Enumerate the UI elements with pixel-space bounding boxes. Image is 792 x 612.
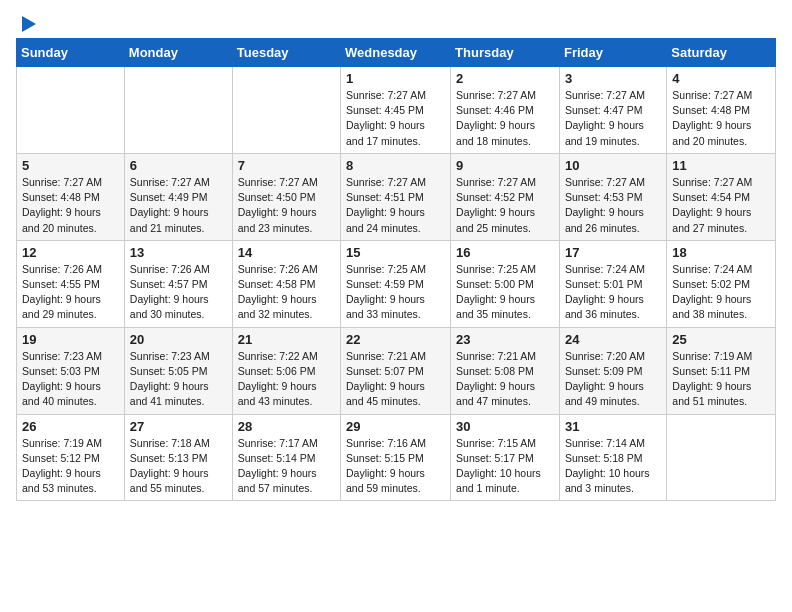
logo — [16, 14, 40, 30]
calendar-cell — [232, 67, 340, 154]
logo-icon — [18, 14, 40, 36]
day-info: Sunrise: 7:18 AMSunset: 5:13 PMDaylight:… — [130, 436, 227, 497]
day-number: 31 — [565, 419, 661, 434]
week-row-2: 5Sunrise: 7:27 AMSunset: 4:48 PMDaylight… — [17, 153, 776, 240]
day-info: Sunrise: 7:21 AMSunset: 5:08 PMDaylight:… — [456, 349, 554, 410]
day-info: Sunrise: 7:21 AMSunset: 5:07 PMDaylight:… — [346, 349, 445, 410]
calendar-cell: 22Sunrise: 7:21 AMSunset: 5:07 PMDayligh… — [341, 327, 451, 414]
week-row-3: 12Sunrise: 7:26 AMSunset: 4:55 PMDayligh… — [17, 240, 776, 327]
calendar-cell: 31Sunrise: 7:14 AMSunset: 5:18 PMDayligh… — [559, 414, 666, 501]
day-number: 13 — [130, 245, 227, 260]
day-info: Sunrise: 7:27 AMSunset: 4:46 PMDaylight:… — [456, 88, 554, 149]
day-number: 2 — [456, 71, 554, 86]
day-number: 8 — [346, 158, 445, 173]
calendar-cell — [124, 67, 232, 154]
calendar-cell: 14Sunrise: 7:26 AMSunset: 4:58 PMDayligh… — [232, 240, 340, 327]
day-number: 21 — [238, 332, 335, 347]
day-info: Sunrise: 7:16 AMSunset: 5:15 PMDaylight:… — [346, 436, 445, 497]
calendar-cell: 27Sunrise: 7:18 AMSunset: 5:13 PMDayligh… — [124, 414, 232, 501]
day-info: Sunrise: 7:27 AMSunset: 4:52 PMDaylight:… — [456, 175, 554, 236]
day-number: 15 — [346, 245, 445, 260]
day-number: 22 — [346, 332, 445, 347]
weekday-header-wednesday: Wednesday — [341, 39, 451, 67]
calendar-cell: 16Sunrise: 7:25 AMSunset: 5:00 PMDayligh… — [451, 240, 560, 327]
day-info: Sunrise: 7:27 AMSunset: 4:53 PMDaylight:… — [565, 175, 661, 236]
day-number: 19 — [22, 332, 119, 347]
weekday-header-tuesday: Tuesday — [232, 39, 340, 67]
calendar-table: SundayMondayTuesdayWednesdayThursdayFrid… — [16, 38, 776, 501]
day-info: Sunrise: 7:24 AMSunset: 5:02 PMDaylight:… — [672, 262, 770, 323]
calendar-cell: 11Sunrise: 7:27 AMSunset: 4:54 PMDayligh… — [667, 153, 776, 240]
day-info: Sunrise: 7:19 AMSunset: 5:11 PMDaylight:… — [672, 349, 770, 410]
day-number: 29 — [346, 419, 445, 434]
weekday-header-monday: Monday — [124, 39, 232, 67]
calendar-cell: 24Sunrise: 7:20 AMSunset: 5:09 PMDayligh… — [559, 327, 666, 414]
weekday-header-friday: Friday — [559, 39, 666, 67]
calendar-cell: 5Sunrise: 7:27 AMSunset: 4:48 PMDaylight… — [17, 153, 125, 240]
calendar-cell: 15Sunrise: 7:25 AMSunset: 4:59 PMDayligh… — [341, 240, 451, 327]
calendar-cell: 28Sunrise: 7:17 AMSunset: 5:14 PMDayligh… — [232, 414, 340, 501]
day-info: Sunrise: 7:27 AMSunset: 4:50 PMDaylight:… — [238, 175, 335, 236]
day-info: Sunrise: 7:24 AMSunset: 5:01 PMDaylight:… — [565, 262, 661, 323]
weekday-header-sunday: Sunday — [17, 39, 125, 67]
calendar-cell — [667, 414, 776, 501]
calendar-cell: 3Sunrise: 7:27 AMSunset: 4:47 PMDaylight… — [559, 67, 666, 154]
day-number: 9 — [456, 158, 554, 173]
day-info: Sunrise: 7:27 AMSunset: 4:49 PMDaylight:… — [130, 175, 227, 236]
day-info: Sunrise: 7:23 AMSunset: 5:03 PMDaylight:… — [22, 349, 119, 410]
calendar-cell: 9Sunrise: 7:27 AMSunset: 4:52 PMDaylight… — [451, 153, 560, 240]
header — [16, 10, 776, 30]
day-number: 11 — [672, 158, 770, 173]
calendar-cell: 6Sunrise: 7:27 AMSunset: 4:49 PMDaylight… — [124, 153, 232, 240]
calendar-cell: 25Sunrise: 7:19 AMSunset: 5:11 PMDayligh… — [667, 327, 776, 414]
calendar-cell: 18Sunrise: 7:24 AMSunset: 5:02 PMDayligh… — [667, 240, 776, 327]
day-info: Sunrise: 7:27 AMSunset: 4:54 PMDaylight:… — [672, 175, 770, 236]
day-info: Sunrise: 7:20 AMSunset: 5:09 PMDaylight:… — [565, 349, 661, 410]
day-info: Sunrise: 7:26 AMSunset: 4:57 PMDaylight:… — [130, 262, 227, 323]
calendar-cell: 8Sunrise: 7:27 AMSunset: 4:51 PMDaylight… — [341, 153, 451, 240]
day-number: 17 — [565, 245, 661, 260]
day-info: Sunrise: 7:27 AMSunset: 4:48 PMDaylight:… — [22, 175, 119, 236]
day-number: 3 — [565, 71, 661, 86]
day-info: Sunrise: 7:17 AMSunset: 5:14 PMDaylight:… — [238, 436, 335, 497]
weekday-header-thursday: Thursday — [451, 39, 560, 67]
day-number: 14 — [238, 245, 335, 260]
calendar-cell: 21Sunrise: 7:22 AMSunset: 5:06 PMDayligh… — [232, 327, 340, 414]
calendar-cell: 23Sunrise: 7:21 AMSunset: 5:08 PMDayligh… — [451, 327, 560, 414]
day-number: 12 — [22, 245, 119, 260]
day-number: 27 — [130, 419, 227, 434]
calendar-cell — [17, 67, 125, 154]
day-number: 10 — [565, 158, 661, 173]
calendar-cell: 4Sunrise: 7:27 AMSunset: 4:48 PMDaylight… — [667, 67, 776, 154]
day-number: 18 — [672, 245, 770, 260]
calendar-cell: 17Sunrise: 7:24 AMSunset: 5:01 PMDayligh… — [559, 240, 666, 327]
day-info: Sunrise: 7:27 AMSunset: 4:45 PMDaylight:… — [346, 88, 445, 149]
calendar-cell: 30Sunrise: 7:15 AMSunset: 5:17 PMDayligh… — [451, 414, 560, 501]
day-number: 1 — [346, 71, 445, 86]
calendar-cell: 12Sunrise: 7:26 AMSunset: 4:55 PMDayligh… — [17, 240, 125, 327]
day-info: Sunrise: 7:25 AMSunset: 4:59 PMDaylight:… — [346, 262, 445, 323]
calendar-cell: 10Sunrise: 7:27 AMSunset: 4:53 PMDayligh… — [559, 153, 666, 240]
day-number: 5 — [22, 158, 119, 173]
day-info: Sunrise: 7:27 AMSunset: 4:47 PMDaylight:… — [565, 88, 661, 149]
calendar-cell: 2Sunrise: 7:27 AMSunset: 4:46 PMDaylight… — [451, 67, 560, 154]
calendar-cell: 29Sunrise: 7:16 AMSunset: 5:15 PMDayligh… — [341, 414, 451, 501]
day-number: 25 — [672, 332, 770, 347]
day-info: Sunrise: 7:22 AMSunset: 5:06 PMDaylight:… — [238, 349, 335, 410]
day-info: Sunrise: 7:27 AMSunset: 4:48 PMDaylight:… — [672, 88, 770, 149]
calendar-cell: 26Sunrise: 7:19 AMSunset: 5:12 PMDayligh… — [17, 414, 125, 501]
day-number: 16 — [456, 245, 554, 260]
day-info: Sunrise: 7:19 AMSunset: 5:12 PMDaylight:… — [22, 436, 119, 497]
calendar-cell: 7Sunrise: 7:27 AMSunset: 4:50 PMDaylight… — [232, 153, 340, 240]
week-row-4: 19Sunrise: 7:23 AMSunset: 5:03 PMDayligh… — [17, 327, 776, 414]
calendar-cell: 13Sunrise: 7:26 AMSunset: 4:57 PMDayligh… — [124, 240, 232, 327]
day-number: 26 — [22, 419, 119, 434]
day-number: 4 — [672, 71, 770, 86]
day-number: 20 — [130, 332, 227, 347]
week-row-1: 1Sunrise: 7:27 AMSunset: 4:45 PMDaylight… — [17, 67, 776, 154]
day-info: Sunrise: 7:23 AMSunset: 5:05 PMDaylight:… — [130, 349, 227, 410]
svg-marker-0 — [22, 16, 36, 32]
weekday-header-row: SundayMondayTuesdayWednesdayThursdayFrid… — [17, 39, 776, 67]
calendar-cell: 19Sunrise: 7:23 AMSunset: 5:03 PMDayligh… — [17, 327, 125, 414]
calendar-cell: 1Sunrise: 7:27 AMSunset: 4:45 PMDaylight… — [341, 67, 451, 154]
